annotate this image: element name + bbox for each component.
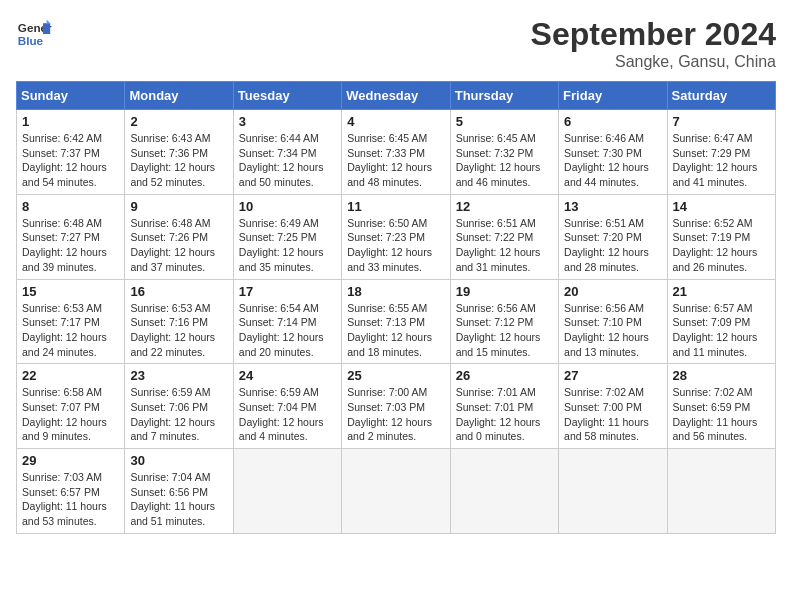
sunrise-text: Sunrise: 7:00 AM [347, 385, 444, 400]
day-number: 27 [564, 368, 661, 383]
calendar-day-cell: 17Sunrise: 6:54 AMSunset: 7:14 PMDayligh… [233, 279, 341, 364]
sunset-text: Sunset: 7:34 PM [239, 146, 336, 161]
daylight-text: Daylight: 11 hours and 51 minutes. [130, 499, 227, 528]
day-number: 30 [130, 453, 227, 468]
calendar-day-cell [450, 449, 558, 534]
daylight-text: Daylight: 12 hours and 9 minutes. [22, 415, 119, 444]
page-header: General Blue General Blue September 2024… [16, 16, 776, 71]
header-friday: Friday [559, 82, 667, 110]
day-info: Sunrise: 6:59 AMSunset: 7:04 PMDaylight:… [239, 385, 336, 444]
calendar-day-cell: 29Sunrise: 7:03 AMSunset: 6:57 PMDayligh… [17, 449, 125, 534]
sunrise-text: Sunrise: 6:45 AM [347, 131, 444, 146]
calendar-day-cell: 6Sunrise: 6:46 AMSunset: 7:30 PMDaylight… [559, 110, 667, 195]
calendar-week-row: 15Sunrise: 6:53 AMSunset: 7:17 PMDayligh… [17, 279, 776, 364]
month-title: September 2024 [531, 16, 776, 53]
sunset-text: Sunset: 6:57 PM [22, 485, 119, 500]
calendar-day-cell: 14Sunrise: 6:52 AMSunset: 7:19 PMDayligh… [667, 194, 775, 279]
sunrise-text: Sunrise: 6:53 AM [130, 301, 227, 316]
sunrise-text: Sunrise: 6:51 AM [564, 216, 661, 231]
day-info: Sunrise: 6:43 AMSunset: 7:36 PMDaylight:… [130, 131, 227, 190]
sunset-text: Sunset: 7:09 PM [673, 315, 770, 330]
daylight-text: Daylight: 12 hours and 41 minutes. [673, 160, 770, 189]
calendar-day-cell: 20Sunrise: 6:56 AMSunset: 7:10 PMDayligh… [559, 279, 667, 364]
day-number: 8 [22, 199, 119, 214]
sunset-text: Sunset: 7:10 PM [564, 315, 661, 330]
calendar-table: Sunday Monday Tuesday Wednesday Thursday… [16, 81, 776, 534]
calendar-day-cell: 2Sunrise: 6:43 AMSunset: 7:36 PMDaylight… [125, 110, 233, 195]
title-block: September 2024 Sangke, Gansu, China [531, 16, 776, 71]
sunrise-text: Sunrise: 6:54 AM [239, 301, 336, 316]
day-number: 12 [456, 199, 553, 214]
day-number: 6 [564, 114, 661, 129]
day-info: Sunrise: 6:56 AMSunset: 7:10 PMDaylight:… [564, 301, 661, 360]
calendar-day-cell: 9Sunrise: 6:48 AMSunset: 7:26 PMDaylight… [125, 194, 233, 279]
sunset-text: Sunset: 7:17 PM [22, 315, 119, 330]
calendar-day-cell: 25Sunrise: 7:00 AMSunset: 7:03 PMDayligh… [342, 364, 450, 449]
day-number: 25 [347, 368, 444, 383]
sunrise-text: Sunrise: 6:55 AM [347, 301, 444, 316]
day-number: 16 [130, 284, 227, 299]
sunrise-text: Sunrise: 6:56 AM [456, 301, 553, 316]
day-info: Sunrise: 6:53 AMSunset: 7:16 PMDaylight:… [130, 301, 227, 360]
calendar-week-row: 29Sunrise: 7:03 AMSunset: 6:57 PMDayligh… [17, 449, 776, 534]
daylight-text: Daylight: 12 hours and 31 minutes. [456, 245, 553, 274]
calendar-day-cell [667, 449, 775, 534]
sunrise-text: Sunrise: 6:49 AM [239, 216, 336, 231]
sunset-text: Sunset: 7:20 PM [564, 230, 661, 245]
day-info: Sunrise: 6:48 AMSunset: 7:27 PMDaylight:… [22, 216, 119, 275]
day-number: 17 [239, 284, 336, 299]
sunset-text: Sunset: 7:01 PM [456, 400, 553, 415]
location: Sangke, Gansu, China [531, 53, 776, 71]
calendar-day-cell: 15Sunrise: 6:53 AMSunset: 7:17 PMDayligh… [17, 279, 125, 364]
day-info: Sunrise: 6:59 AMSunset: 7:06 PMDaylight:… [130, 385, 227, 444]
day-info: Sunrise: 7:04 AMSunset: 6:56 PMDaylight:… [130, 470, 227, 529]
daylight-text: Daylight: 12 hours and 46 minutes. [456, 160, 553, 189]
sunrise-text: Sunrise: 7:02 AM [564, 385, 661, 400]
day-number: 2 [130, 114, 227, 129]
sunset-text: Sunset: 7:00 PM [564, 400, 661, 415]
day-info: Sunrise: 6:57 AMSunset: 7:09 PMDaylight:… [673, 301, 770, 360]
calendar-day-cell: 30Sunrise: 7:04 AMSunset: 6:56 PMDayligh… [125, 449, 233, 534]
weekday-header-row: Sunday Monday Tuesday Wednesday Thursday… [17, 82, 776, 110]
sunrise-text: Sunrise: 7:03 AM [22, 470, 119, 485]
svg-text:Blue: Blue [18, 34, 44, 47]
day-number: 23 [130, 368, 227, 383]
daylight-text: Daylight: 12 hours and 24 minutes. [22, 330, 119, 359]
day-number: 20 [564, 284, 661, 299]
sunset-text: Sunset: 7:07 PM [22, 400, 119, 415]
daylight-text: Daylight: 12 hours and 7 minutes. [130, 415, 227, 444]
daylight-text: Daylight: 12 hours and 35 minutes. [239, 245, 336, 274]
sunrise-text: Sunrise: 6:51 AM [456, 216, 553, 231]
sunset-text: Sunset: 7:30 PM [564, 146, 661, 161]
calendar-day-cell: 26Sunrise: 7:01 AMSunset: 7:01 PMDayligh… [450, 364, 558, 449]
day-info: Sunrise: 6:51 AMSunset: 7:22 PMDaylight:… [456, 216, 553, 275]
calendar-day-cell: 16Sunrise: 6:53 AMSunset: 7:16 PMDayligh… [125, 279, 233, 364]
day-info: Sunrise: 6:49 AMSunset: 7:25 PMDaylight:… [239, 216, 336, 275]
sunset-text: Sunset: 7:26 PM [130, 230, 227, 245]
day-info: Sunrise: 6:45 AMSunset: 7:33 PMDaylight:… [347, 131, 444, 190]
daylight-text: Daylight: 12 hours and 13 minutes. [564, 330, 661, 359]
sunrise-text: Sunrise: 6:56 AM [564, 301, 661, 316]
sunset-text: Sunset: 7:33 PM [347, 146, 444, 161]
daylight-text: Daylight: 12 hours and 4 minutes. [239, 415, 336, 444]
sunrise-text: Sunrise: 6:59 AM [239, 385, 336, 400]
sunset-text: Sunset: 7:04 PM [239, 400, 336, 415]
calendar-day-cell: 1Sunrise: 6:42 AMSunset: 7:37 PMDaylight… [17, 110, 125, 195]
sunrise-text: Sunrise: 6:42 AM [22, 131, 119, 146]
daylight-text: Daylight: 12 hours and 44 minutes. [564, 160, 661, 189]
sunrise-text: Sunrise: 6:48 AM [130, 216, 227, 231]
day-number: 11 [347, 199, 444, 214]
svg-marker-2 [43, 23, 50, 34]
sunrise-text: Sunrise: 6:57 AM [673, 301, 770, 316]
day-number: 28 [673, 368, 770, 383]
daylight-text: Daylight: 12 hours and 20 minutes. [239, 330, 336, 359]
logo: General Blue General Blue [16, 16, 52, 52]
day-info: Sunrise: 6:46 AMSunset: 7:30 PMDaylight:… [564, 131, 661, 190]
sunset-text: Sunset: 7:32 PM [456, 146, 553, 161]
sunset-text: Sunset: 7:16 PM [130, 315, 227, 330]
sunrise-text: Sunrise: 6:45 AM [456, 131, 553, 146]
daylight-text: Daylight: 12 hours and 33 minutes. [347, 245, 444, 274]
day-info: Sunrise: 6:58 AMSunset: 7:07 PMDaylight:… [22, 385, 119, 444]
logo-icon: General Blue [16, 16, 52, 52]
sunrise-text: Sunrise: 6:59 AM [130, 385, 227, 400]
